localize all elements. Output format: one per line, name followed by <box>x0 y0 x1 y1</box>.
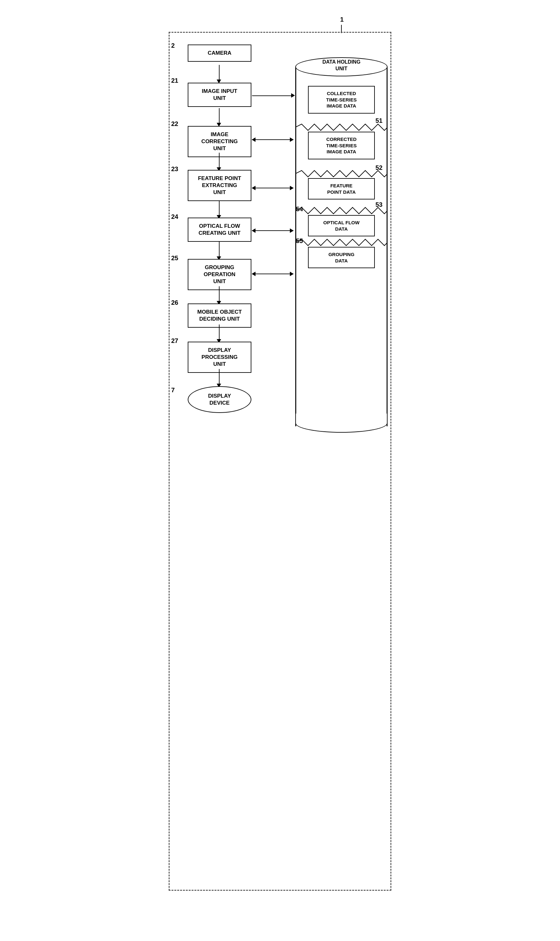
display-processing-label: DISPLAYPROCESSINGUNIT <box>188 342 251 373</box>
arrow-grouping-double <box>252 274 293 274</box>
image-input-label: IMAGE INPUTUNIT <box>188 83 251 107</box>
cylinder-bottom <box>295 414 388 433</box>
feature-point-box: FEATURE POINTEXTRACTINGUNIT <box>188 170 251 201</box>
display-device-label: DISPLAYDEVICE <box>188 386 251 413</box>
arrow-feature-to-optical <box>219 200 220 216</box>
optical-flow-data-label: OPTICAL FLOWDATA <box>308 215 375 236</box>
arrow-optical-double <box>252 230 293 231</box>
grouping-data-label: GROUPINGDATA <box>308 247 375 268</box>
image-correcting-label: IMAGECORRECTINGUNIT <box>188 126 251 157</box>
outer-border <box>169 32 391 891</box>
ref-25: 25 <box>171 255 178 262</box>
grouping-op-box: GROUPINGOPERATIONUNIT <box>188 259 251 290</box>
label-1: 1 <box>340 16 344 23</box>
ref-27: 27 <box>171 337 178 344</box>
display-processing-box: DISPLAYPROCESSINGUNIT <box>188 342 251 373</box>
grouping-op-label: GROUPINGOPERATIONUNIT <box>188 259 251 290</box>
jagged-3 <box>295 207 388 214</box>
arrow-correcting-to-feature <box>219 153 220 169</box>
collected-data-label: COLLECTEDTIME-SERIESIMAGE DATA <box>308 86 375 114</box>
arrow-display-to-device <box>219 369 220 385</box>
arrow-input-to-cylinder <box>252 95 293 96</box>
cylinder-title: DATA HOLDINGUNIT <box>295 59 388 72</box>
label-2: 2 <box>171 42 175 49</box>
jagged-2 <box>295 170 388 177</box>
arrow-feature-double <box>252 188 293 188</box>
arrow-input-to-correcting <box>219 108 220 124</box>
ref-22: 22 <box>171 120 178 128</box>
feature-point-data-box: FEATUREPOINT DATA <box>302 178 381 200</box>
image-input-box: IMAGE INPUTUNIT <box>188 83 251 107</box>
image-correcting-box: IMAGECORRECTINGUNIT <box>188 126 251 157</box>
arrow-mobile-to-display <box>219 324 220 340</box>
optical-flow-creating-box: OPTICAL FLOWCREATING UNIT <box>188 218 251 242</box>
optical-flow-data-box: OPTICAL FLOWDATA <box>302 215 381 236</box>
ref-24: 24 <box>171 213 178 220</box>
camera-box: CAMERA <box>188 45 251 62</box>
arrow-camera-to-input <box>219 65 220 81</box>
collected-data-box: COLLECTEDTIME-SERIESIMAGE DATA <box>302 86 381 114</box>
display-device-box: DISPLAYDEVICE <box>188 386 251 413</box>
mobile-object-box: MOBILE OBJECTDECIDING UNIT <box>188 303 251 328</box>
camera-label: CAMERA <box>188 45 251 62</box>
cylinder-right-border <box>386 67 388 426</box>
ref-23: 23 <box>171 165 178 173</box>
grouping-data-box: GROUPINGDATA <box>302 247 381 268</box>
arrow-correcting-double <box>252 139 293 140</box>
jagged-4 <box>295 238 388 246</box>
corrected-data-label: CORRECTEDTIME-SERIESIMAGE DATA <box>308 132 375 159</box>
diagram-page: 1 2 CAMERA 21 IMAGE INPUTUNIT 22 IMAGECO… <box>159 13 401 904</box>
ref-7: 7 <box>171 386 175 394</box>
ref-26: 26 <box>171 299 178 306</box>
jagged-1 <box>295 123 388 131</box>
arrow-optical-to-grouping <box>219 242 220 258</box>
feature-point-data-label: FEATUREPOINT DATA <box>308 178 375 200</box>
mobile-object-label: MOBILE OBJECTDECIDING UNIT <box>188 303 251 328</box>
feature-point-label: FEATURE POINTEXTRACTINGUNIT <box>188 170 251 201</box>
arrowhead-input-right <box>291 93 295 98</box>
arrow-grouping-to-mobile <box>219 286 220 302</box>
cylinder-left-border <box>295 67 296 426</box>
corrected-data-box: CORRECTEDTIME-SERIESIMAGE DATA <box>302 132 381 159</box>
optical-flow-creating-label: OPTICAL FLOWCREATING UNIT <box>188 218 251 242</box>
ref-21: 21 <box>171 77 178 84</box>
